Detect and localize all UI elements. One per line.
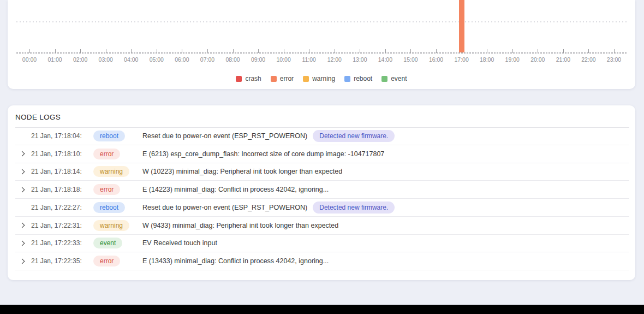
x-axis-label: 07:00 <box>200 56 214 63</box>
x-axis-tick <box>207 49 208 53</box>
x-axis-label: 11:00 <box>302 56 316 63</box>
legend-item-crash[interactable]: crash <box>236 75 261 82</box>
x-axis-tick <box>309 49 309 53</box>
legend-label: warning <box>312 75 335 82</box>
log-timestamp: 21 Jan, 17:18:04: <box>31 132 93 140</box>
x-axis-tick <box>563 49 564 53</box>
log-message-cell: W (9433) minimal_diag: Peripheral init t… <box>142 222 338 229</box>
expand-toggle[interactable] <box>15 223 31 227</box>
log-row[interactable]: 21 Jan, 17:18:18:errorE (14223) minimal_… <box>15 181 629 199</box>
log-message: EV Received touch input <box>142 239 217 247</box>
chevron-right-icon <box>20 240 25 246</box>
node-logs-title: NODE LOGS <box>15 113 61 121</box>
x-axis-tick <box>335 49 335 53</box>
expand-toggle[interactable] <box>15 170 31 174</box>
log-type-badge-error: error <box>93 149 120 159</box>
footer-bar <box>0 305 644 314</box>
log-row[interactable]: 21 Jan, 17:22:35:errorE (13433) minimal_… <box>15 252 629 270</box>
x-axis-label: 23:00 <box>607 56 621 63</box>
log-message-cell: E (13433) minimal_diag: Conflict in proc… <box>142 257 329 265</box>
x-axis-label: 21:00 <box>556 56 570 63</box>
x-axis-tick <box>80 49 81 53</box>
x-axis-tick <box>131 49 132 53</box>
log-type-badge-warning: warning <box>93 220 129 231</box>
x-axis-label: 15:00 <box>403 56 418 63</box>
legend-item-warning[interactable]: warning <box>303 75 335 82</box>
log-message-cell: EV Received touch input <box>142 239 217 247</box>
chevron-right-icon <box>20 258 25 264</box>
log-message-cell: E (14223) minimal_diag: Conflict in proc… <box>142 186 329 193</box>
log-timestamp: 21 Jan, 17:18:18: <box>31 186 93 193</box>
expand-toggle[interactable] <box>15 152 31 156</box>
log-type-badge-reboot: reboot <box>93 202 125 213</box>
x-axis-label: 18:00 <box>480 56 494 63</box>
x-axis-label: 05:00 <box>150 56 164 63</box>
chevron-right-icon <box>20 151 25 157</box>
expand-toggle[interactable] <box>15 188 31 192</box>
log-badge-cell: error <box>93 256 142 266</box>
log-timestamp: 21 Jan, 17:18:14: <box>31 168 93 175</box>
x-axis-label: 13:00 <box>353 56 367 63</box>
log-timestamp: 21 Jan, 17:18:10: <box>31 150 93 158</box>
log-row[interactable]: 21 Jan, 17:22:31:warningW (9433) minimal… <box>15 217 629 235</box>
log-timestamp: 21 Jan, 17:22:31: <box>31 222 93 229</box>
node-logs-card: NODE LOGS 21 Jan, 17:18:04:rebootReset d… <box>8 105 635 280</box>
x-axis-label: 12:00 <box>327 56 342 63</box>
legend-item-reboot[interactable]: reboot <box>344 75 372 82</box>
events-chart-card: 00:0001:0002:0003:0004:0005:0006:0007:00… <box>8 0 635 89</box>
log-badge-cell: error <box>93 184 142 195</box>
log-message-cell: E (6213) esp_core_dump_flash: Incorrect … <box>142 150 384 158</box>
crash-swatch-icon <box>236 76 242 82</box>
log-message: Reset due to power-on event (ESP_RST_POW… <box>142 204 307 211</box>
legend-item-error[interactable]: error <box>271 75 294 82</box>
x-axis-tick <box>182 49 182 53</box>
log-rows-list: 21 Jan, 17:18:04:rebootReset due to powe… <box>8 127 635 270</box>
chevron-right-icon <box>20 223 25 228</box>
log-message-cell: W (10223) minimal_diag: Peripheral init … <box>142 168 342 175</box>
x-axis-label: 19:00 <box>505 56 520 63</box>
error-swatch-icon <box>271 76 277 82</box>
event-swatch-icon <box>381 76 387 82</box>
log-badge-cell: reboot <box>93 202 142 213</box>
x-axis-label: 06:00 <box>175 56 189 63</box>
x-axis-tick <box>614 49 615 53</box>
expand-toggle[interactable] <box>15 259 31 263</box>
x-axis-label: 03:00 <box>99 56 113 63</box>
x-axis-tick <box>55 49 56 53</box>
x-axis-tick <box>538 49 538 53</box>
x-axis-tick <box>487 49 487 53</box>
log-message: E (6213) esp_core_dump_flash: Incorrect … <box>142 150 384 158</box>
log-timestamp: 21 Jan, 17:22:27: <box>31 204 93 211</box>
x-axis-label: 22:00 <box>581 56 595 63</box>
x-axis-tick <box>512 49 513 53</box>
log-row[interactable]: 21 Jan, 17:18:14:warningW (10223) minima… <box>15 163 629 181</box>
expand-toggle[interactable] <box>15 241 31 245</box>
legend-label: error <box>280 75 294 82</box>
x-axis-label: 01:00 <box>47 56 62 63</box>
legend-label: crash <box>245 75 261 82</box>
x-axis-tick <box>106 49 106 53</box>
chart-gridline <box>16 21 627 22</box>
log-type-badge-warning: warning <box>93 166 129 177</box>
chart-legend: crasherrorwarningrebootevent <box>8 75 635 82</box>
x-axis-label: 16:00 <box>429 56 443 63</box>
log-message-cell: Reset due to power-on event (ESP_RST_POW… <box>142 130 395 142</box>
legend-item-event[interactable]: event <box>381 75 407 82</box>
chevron-right-icon <box>20 187 25 192</box>
log-timestamp: 21 Jan, 17:22:33: <box>31 239 93 247</box>
x-axis-label: 09:00 <box>251 56 265 63</box>
log-row: 21 Jan, 17:18:04:rebootReset due to powe… <box>15 127 629 145</box>
x-axis-tick <box>385 49 386 53</box>
log-message: Reset due to power-on event (ESP_RST_POW… <box>142 132 307 140</box>
x-axis-tick <box>410 49 411 53</box>
log-row[interactable]: 21 Jan, 17:18:10:errorE (6213) esp_core_… <box>15 145 629 163</box>
log-row[interactable]: 21 Jan, 17:22:33:eventEV Received touch … <box>15 235 629 253</box>
events-timeline-chart: 00:0001:0002:0003:0004:0005:0006:0007:00… <box>8 0 635 63</box>
error-bar[interactable] <box>459 0 464 52</box>
log-message: W (10223) minimal_diag: Peripheral init … <box>142 168 342 175</box>
legend-label: reboot <box>354 75 372 82</box>
log-message: E (14223) minimal_diag: Conflict in proc… <box>142 186 329 193</box>
x-axis-tick <box>29 49 30 53</box>
x-axis-tick <box>360 49 360 53</box>
log-badge-cell: reboot <box>93 131 142 141</box>
